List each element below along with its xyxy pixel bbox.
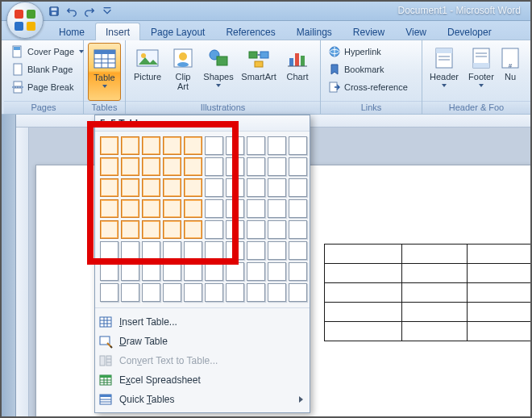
table-cell[interactable] [402,322,467,341]
grid-cell[interactable] [142,220,160,239]
grid-cell[interactable] [100,283,118,302]
cover-page-button[interactable]: Cover Page [8,43,87,61]
grid-cell[interactable] [121,136,139,155]
page-number-button[interactable]: # Nu [501,43,520,101]
tab-page-layout[interactable]: Page Layout [140,23,215,40]
grid-cell[interactable] [268,241,286,260]
grid-cell[interactable] [142,262,160,281]
excel-spreadsheet-menu-item[interactable]: Excel Spreadsheet [95,370,310,390]
grid-cell[interactable] [163,283,181,302]
grid-cell[interactable] [289,178,307,197]
grid-cell[interactable] [205,241,223,260]
qat-save-button[interactable] [47,4,61,19]
grid-cell[interactable] [163,220,181,239]
table-cell[interactable] [402,303,467,322]
grid-cell[interactable] [289,283,307,302]
table-cell[interactable] [467,303,530,322]
smartart-button[interactable]: SmartArt [238,43,280,101]
table-cell[interactable] [325,264,402,283]
shapes-button[interactable]: Shapes [201,43,236,101]
grid-cell[interactable] [205,178,223,197]
table-cell[interactable] [402,245,467,264]
cross-reference-button[interactable]: Cross-reference [325,78,411,96]
table-button[interactable]: Table [88,43,121,101]
table-cell[interactable] [467,264,530,283]
table-cell[interactable] [402,264,467,283]
qat-customize-button[interactable] [100,4,114,19]
grid-cell[interactable] [226,262,244,281]
grid-cell[interactable] [184,199,202,218]
blank-page-button[interactable]: Blank Page [8,61,76,78]
grid-cell[interactable] [205,199,223,218]
grid-cell[interactable] [184,262,202,281]
grid-cell[interactable] [205,157,223,176]
table-cell[interactable] [325,303,402,322]
table-cell[interactable] [467,283,530,303]
table-cell[interactable] [467,245,530,264]
table-cell[interactable] [402,283,467,303]
grid-cell[interactable] [163,262,181,281]
draw-table-menu-item[interactable]: Draw Table [95,332,310,351]
grid-cell[interactable] [247,178,265,197]
grid-cell[interactable] [184,136,202,155]
grid-cell[interactable] [100,241,118,260]
grid-cell[interactable] [163,241,181,260]
picture-button[interactable]: Picture [130,43,165,101]
grid-cell[interactable] [226,199,244,218]
grid-cell[interactable] [100,178,118,197]
grid-cell[interactable] [100,262,118,281]
grid-cell[interactable] [205,220,223,239]
table-cell[interactable] [325,322,402,341]
grid-cell[interactable] [268,283,286,302]
vertical-ruler[interactable] [16,127,29,416]
grid-cell[interactable] [121,157,139,176]
grid-cell[interactable] [100,157,118,176]
tab-mailings[interactable]: Mailings [286,23,343,40]
grid-cell[interactable] [142,283,160,302]
tab-home[interactable]: Home [48,23,95,40]
grid-cell[interactable] [100,220,118,239]
grid-cell[interactable] [121,241,139,260]
grid-cell[interactable] [142,199,160,218]
grid-cell[interactable] [142,136,160,155]
tab-insert[interactable]: Insert [95,23,140,40]
grid-cell[interactable] [226,157,244,176]
footer-button[interactable]: Footer [463,43,499,101]
quick-tables-menu-item[interactable]: Quick Tables [95,390,310,409]
grid-cell[interactable] [184,178,202,197]
grid-cell[interactable] [289,157,307,176]
grid-cell[interactable] [121,220,139,239]
grid-cell[interactable] [268,262,286,281]
grid-cell[interactable] [163,157,181,176]
grid-cell[interactable] [289,241,307,260]
grid-cell[interactable] [289,262,307,281]
qat-redo-button[interactable] [82,4,97,19]
tab-review[interactable]: Review [343,23,395,40]
grid-cell[interactable] [205,283,223,302]
grid-cell[interactable] [142,157,160,176]
grid-cell[interactable] [289,220,307,239]
insert-table-menu-item[interactable]: Insert Table... [95,312,310,332]
page-break-button[interactable]: Page Break [8,78,77,96]
grid-cell[interactable] [226,178,244,197]
grid-cell[interactable] [247,157,265,176]
grid-cell[interactable] [289,136,307,155]
grid-cell[interactable] [247,262,265,281]
grid-cell[interactable] [184,157,202,176]
grid-cell[interactable] [247,136,265,155]
office-button[interactable] [6,2,44,39]
grid-cell[interactable] [226,241,244,260]
grid-cell[interactable] [247,220,265,239]
grid-cell[interactable] [142,241,160,260]
tab-references[interactable]: References [215,23,285,40]
grid-cell[interactable] [205,136,223,155]
grid-cell[interactable] [247,199,265,218]
grid-cell[interactable] [268,157,286,176]
table-cell[interactable] [467,322,530,341]
table-cell[interactable] [325,283,402,303]
grid-cell[interactable] [100,136,118,155]
hyperlink-button[interactable]: Hyperlink [325,43,384,61]
grid-cell[interactable] [163,199,181,218]
grid-cell[interactable] [268,199,286,218]
grid-cell[interactable] [247,241,265,260]
